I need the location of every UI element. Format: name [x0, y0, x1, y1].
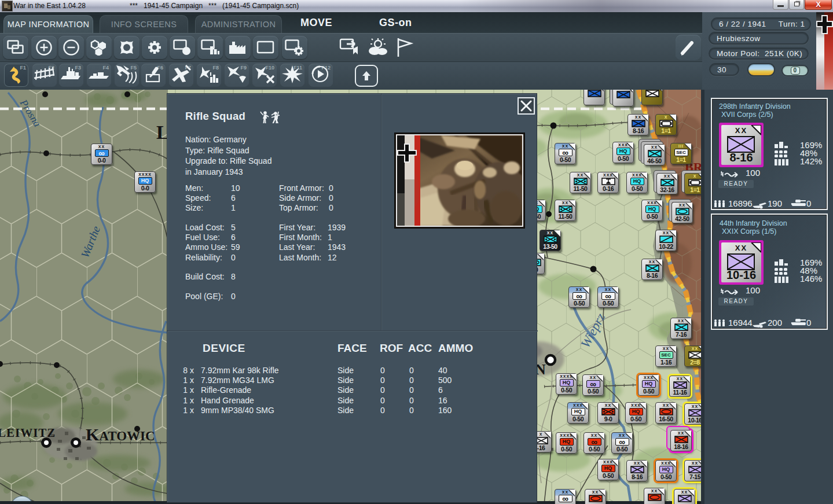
svg-text:L: L [156, 122, 168, 143]
svg-text:LEIWITZ: LEIWITZ [0, 426, 56, 440]
